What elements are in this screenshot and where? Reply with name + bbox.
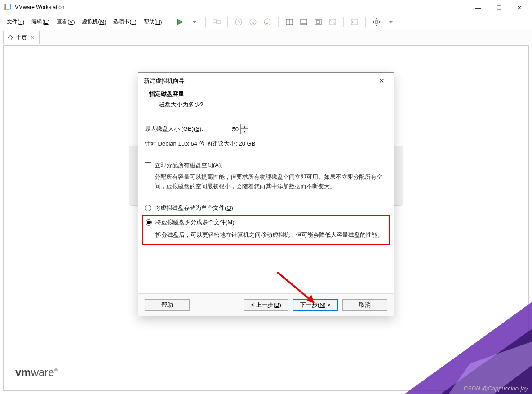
unity-icon[interactable] [326,16,339,28]
disk-size-row: 最大磁盘大小 (GB)(S): ▲ ▼ [145,124,387,134]
screens-icon[interactable] [210,16,223,28]
split-file-label: 将虚拟磁盘拆分成多个文件(M) [155,218,235,226]
single-file-radio-row[interactable]: 将虚拟磁盘存储为单个文件(O) [145,202,387,214]
menu-edit[interactable]: 编辑(E) [29,16,52,27]
svg-rect-12 [301,19,307,25]
allocate-description: 分配所有容量可以提高性能，但要求所有物理磁盘空间立即可用。如果不立即分配所有空间… [145,172,387,191]
watermark: CSDN @Cappuccino-jay [464,385,528,392]
svg-rect-2 [497,6,501,10]
menu-tabs[interactable]: 选项卡(T) [111,16,139,27]
snap-fwd-icon[interactable] [261,16,274,28]
svg-rect-19 [375,21,378,23]
svg-rect-1 [6,4,11,9]
separator [169,17,169,27]
snapshot-icon[interactable] [232,16,245,28]
back-button[interactable]: < 上一步(B) [244,299,288,311]
next-button[interactable]: 下一步(N) > [293,299,338,311]
svg-marker-23 [439,310,532,394]
titlebar: VMware Workstation — ✕ [0,0,532,14]
console-icon[interactable] [348,16,361,28]
spinner-down-icon[interactable]: ▼ [241,129,248,134]
separator [278,17,279,27]
svg-marker-4 [193,21,196,23]
recommend-text: 针对 Debian 10.x 64 位 的建议大小: 20 GB [145,140,387,148]
split-file-radio[interactable] [146,219,152,226]
play-icon[interactable] [174,16,186,28]
allocate-checkbox[interactable] [145,162,151,168]
separator [227,17,228,27]
minimize-button[interactable]: — [468,1,488,14]
svg-rect-18 [351,19,358,25]
allocate-label: 立即分配所有磁盘空间(A)。 [155,161,226,169]
svg-rect-6 [217,21,220,24]
svg-line-17 [330,20,335,24]
fullscreen-icon[interactable] [312,16,324,28]
snap-back-icon[interactable] [247,16,259,28]
wizard-heading: 指定磁盘容量 [149,90,383,98]
svg-rect-5 [213,20,217,23]
tab-home[interactable]: 主页 ✕ [3,31,40,44]
svg-marker-3 [178,19,183,25]
svg-marker-20 [389,21,393,23]
wizard-titlebar: 新建虚拟机向导 ✕ [138,73,394,89]
wizard-body: 最大磁盘大小 (GB)(S): ▲ ▼ 针对 Debian 10.x 64 位 … [138,115,394,254]
svg-rect-14 [315,19,321,25]
single-file-label: 将虚拟磁盘存储为单个文件(O) [155,204,233,212]
maximize-button[interactable] [488,1,509,14]
separator [343,17,344,27]
stretch-drop-icon[interactable] [385,16,397,28]
close-button[interactable]: ✕ [509,1,530,14]
wizard-header: 指定磁盘容量 磁盘大小为多少? [138,89,394,115]
help-button[interactable]: 帮助 [145,299,190,311]
disk-size-label: 最大磁盘大小 (GB)(S): [145,125,203,133]
svg-point-8 [250,19,256,25]
disk-size-input[interactable] [207,124,240,134]
wizard-question: 磁盘大小为多少? [149,101,383,109]
window-buttons: — ✕ [468,1,530,14]
menu-vm[interactable]: 虚拟机(M) [79,16,109,27]
svg-marker-21 [385,292,532,394]
tab-label: 主页 [16,34,27,42]
play-dropdown-icon[interactable] [188,16,201,28]
tab-close-icon[interactable]: ✕ [31,35,35,41]
menu-view[interactable]: 查看(V) [54,16,77,27]
wizard-footer: 帮助 < 上一步(B) 下一步(N) > 取消 [138,293,394,316]
svg-point-9 [264,19,270,25]
menubar: 文件(F) 编辑(E) 查看(V) 虚拟机(M) 选项卡(T) 帮助(H) [0,14,532,30]
vmware-logo: vmware® [15,366,58,379]
app-icon [4,4,11,11]
svg-marker-22 [421,319,532,394]
tabbar: 主页 ✕ [0,30,532,44]
allocate-checkbox-row[interactable]: 立即分配所有磁盘空间(A)。 [145,161,387,169]
home-icon [7,35,13,41]
wizard-close-icon[interactable]: ✕ [375,75,388,87]
svg-rect-15 [316,21,320,23]
split-file-description: 拆分磁盘后，可以更轻松地在计算机之间移动虚拟机，但可能会降低大容量磁盘的性能。 [146,228,386,241]
layout2-icon[interactable] [297,16,310,28]
stretch-icon[interactable] [370,16,383,28]
layout1-icon[interactable] [283,16,296,28]
app-title: VMware Workstation [15,4,528,10]
separator [365,17,366,27]
disk-size-spinner[interactable]: ▲ ▼ [207,124,248,134]
highlighted-option: 将虚拟磁盘拆分成多个文件(M) 拆分磁盘后，可以更轻松地在计算机之间移动虚拟机，… [142,215,390,245]
cancel-button[interactable]: 取消 [342,299,387,311]
spinner-up-icon[interactable]: ▲ [241,124,248,129]
menu-file[interactable]: 文件(F) [4,16,27,27]
wizard-dialog: 新建虚拟机向导 ✕ 指定磁盘容量 磁盘大小为多少? 最大磁盘大小 (GB)(S)… [138,72,394,316]
single-file-radio[interactable] [145,205,151,211]
separator [205,17,206,27]
wizard-title: 新建虚拟机向导 [144,77,185,85]
split-file-radio-row[interactable]: 将虚拟磁盘拆分成多个文件(M) [146,217,386,228]
menu-help[interactable]: 帮助(H) [141,16,165,27]
